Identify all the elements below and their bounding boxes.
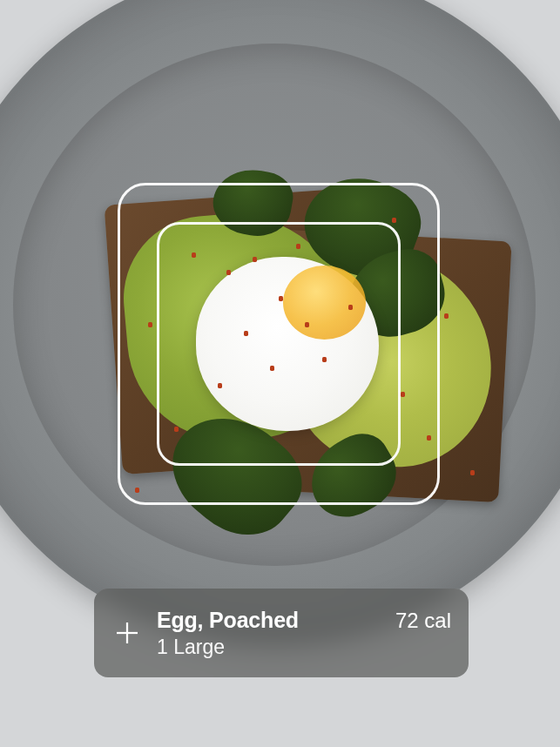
add-food-button[interactable]	[106, 612, 148, 654]
plus-icon	[111, 617, 143, 649]
result-text-block: Egg, Poached 72 cal 1 Large	[157, 608, 451, 659]
calories-label: 72 cal	[395, 609, 451, 633]
food-name-label: Egg, Poached	[157, 608, 299, 633]
food-graphic	[283, 266, 366, 340]
scan-result-card[interactable]: Egg, Poached 72 cal 1 Large	[94, 589, 469, 677]
serving-size-label: 1 Large	[157, 636, 451, 659]
